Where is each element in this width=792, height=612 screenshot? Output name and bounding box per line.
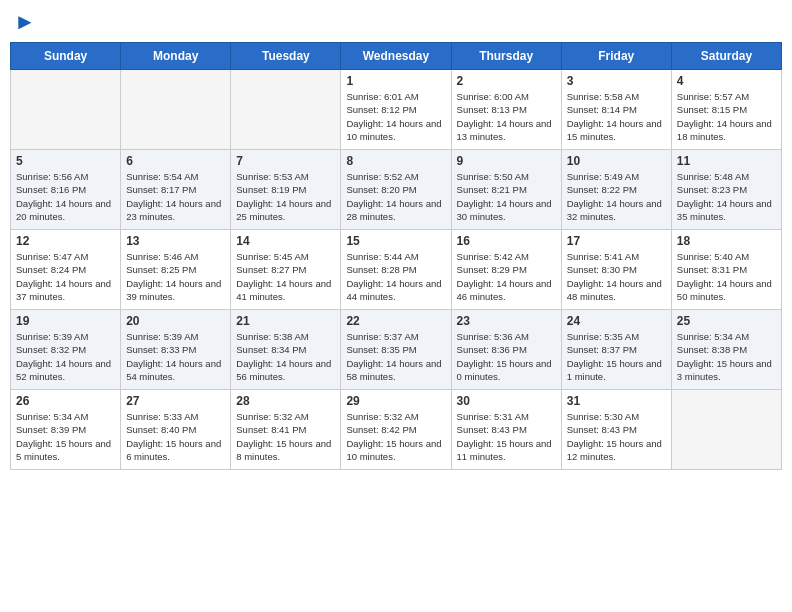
calendar-cell <box>671 390 781 470</box>
day-number: 27 <box>126 394 225 408</box>
col-header-saturday: Saturday <box>671 43 781 70</box>
cell-info: Sunrise: 5:36 AMSunset: 8:36 PMDaylight:… <box>457 330 556 383</box>
cell-info: Sunrise: 5:37 AMSunset: 8:35 PMDaylight:… <box>346 330 445 383</box>
cell-info: Sunrise: 5:32 AMSunset: 8:41 PMDaylight:… <box>236 410 335 463</box>
calendar-cell: 17Sunrise: 5:41 AMSunset: 8:30 PMDayligh… <box>561 230 671 310</box>
calendar-week-5: 26Sunrise: 5:34 AMSunset: 8:39 PMDayligh… <box>11 390 782 470</box>
cell-info: Sunrise: 6:00 AMSunset: 8:13 PMDaylight:… <box>457 90 556 143</box>
day-number: 23 <box>457 314 556 328</box>
cell-info: Sunrise: 5:34 AMSunset: 8:39 PMDaylight:… <box>16 410 115 463</box>
col-header-tuesday: Tuesday <box>231 43 341 70</box>
day-number: 11 <box>677 154 776 168</box>
calendar-cell: 3Sunrise: 5:58 AMSunset: 8:14 PMDaylight… <box>561 70 671 150</box>
col-header-thursday: Thursday <box>451 43 561 70</box>
calendar-cell: 18Sunrise: 5:40 AMSunset: 8:31 PMDayligh… <box>671 230 781 310</box>
calendar-cell: 13Sunrise: 5:46 AMSunset: 8:25 PMDayligh… <box>121 230 231 310</box>
cell-info: Sunrise: 5:54 AMSunset: 8:17 PMDaylight:… <box>126 170 225 223</box>
calendar-cell: 29Sunrise: 5:32 AMSunset: 8:42 PMDayligh… <box>341 390 451 470</box>
calendar-cell: 16Sunrise: 5:42 AMSunset: 8:29 PMDayligh… <box>451 230 561 310</box>
day-number: 12 <box>16 234 115 248</box>
calendar-cell: 31Sunrise: 5:30 AMSunset: 8:43 PMDayligh… <box>561 390 671 470</box>
calendar-cell: 9Sunrise: 5:50 AMSunset: 8:21 PMDaylight… <box>451 150 561 230</box>
day-number: 15 <box>346 234 445 248</box>
cell-info: Sunrise: 5:32 AMSunset: 8:42 PMDaylight:… <box>346 410 445 463</box>
day-number: 18 <box>677 234 776 248</box>
day-number: 30 <box>457 394 556 408</box>
cell-info: Sunrise: 5:57 AMSunset: 8:15 PMDaylight:… <box>677 90 776 143</box>
col-header-monday: Monday <box>121 43 231 70</box>
cell-info: Sunrise: 5:38 AMSunset: 8:34 PMDaylight:… <box>236 330 335 383</box>
cell-info: Sunrise: 5:34 AMSunset: 8:38 PMDaylight:… <box>677 330 776 383</box>
calendar-cell: 8Sunrise: 5:52 AMSunset: 8:20 PMDaylight… <box>341 150 451 230</box>
calendar-cell: 5Sunrise: 5:56 AMSunset: 8:16 PMDaylight… <box>11 150 121 230</box>
calendar-cell: 11Sunrise: 5:48 AMSunset: 8:23 PMDayligh… <box>671 150 781 230</box>
calendar-cell: 23Sunrise: 5:36 AMSunset: 8:36 PMDayligh… <box>451 310 561 390</box>
cell-info: Sunrise: 5:35 AMSunset: 8:37 PMDaylight:… <box>567 330 666 383</box>
calendar-cell: 1Sunrise: 6:01 AMSunset: 8:12 PMDaylight… <box>341 70 451 150</box>
calendar-cell <box>11 70 121 150</box>
day-number: 8 <box>346 154 445 168</box>
day-number: 1 <box>346 74 445 88</box>
day-number: 7 <box>236 154 335 168</box>
calendar-week-3: 12Sunrise: 5:47 AMSunset: 8:24 PMDayligh… <box>11 230 782 310</box>
calendar-cell: 27Sunrise: 5:33 AMSunset: 8:40 PMDayligh… <box>121 390 231 470</box>
calendar-cell: 4Sunrise: 5:57 AMSunset: 8:15 PMDaylight… <box>671 70 781 150</box>
calendar-cell: 15Sunrise: 5:44 AMSunset: 8:28 PMDayligh… <box>341 230 451 310</box>
logo: ► <box>14 10 36 34</box>
day-number: 31 <box>567 394 666 408</box>
day-number: 29 <box>346 394 445 408</box>
calendar-cell: 24Sunrise: 5:35 AMSunset: 8:37 PMDayligh… <box>561 310 671 390</box>
day-number: 19 <box>16 314 115 328</box>
calendar-cell: 22Sunrise: 5:37 AMSunset: 8:35 PMDayligh… <box>341 310 451 390</box>
logo-text: ► <box>14 10 36 34</box>
day-number: 25 <box>677 314 776 328</box>
cell-info: Sunrise: 5:33 AMSunset: 8:40 PMDaylight:… <box>126 410 225 463</box>
calendar-cell: 25Sunrise: 5:34 AMSunset: 8:38 PMDayligh… <box>671 310 781 390</box>
day-number: 5 <box>16 154 115 168</box>
cell-info: Sunrise: 5:48 AMSunset: 8:23 PMDaylight:… <box>677 170 776 223</box>
cell-info: Sunrise: 5:39 AMSunset: 8:32 PMDaylight:… <box>16 330 115 383</box>
day-number: 2 <box>457 74 556 88</box>
calendar-cell: 6Sunrise: 5:54 AMSunset: 8:17 PMDaylight… <box>121 150 231 230</box>
cell-info: Sunrise: 5:47 AMSunset: 8:24 PMDaylight:… <box>16 250 115 303</box>
calendar-cell <box>121 70 231 150</box>
calendar-cell: 30Sunrise: 5:31 AMSunset: 8:43 PMDayligh… <box>451 390 561 470</box>
calendar-cell: 19Sunrise: 5:39 AMSunset: 8:32 PMDayligh… <box>11 310 121 390</box>
cell-info: Sunrise: 5:45 AMSunset: 8:27 PMDaylight:… <box>236 250 335 303</box>
cell-info: Sunrise: 6:01 AMSunset: 8:12 PMDaylight:… <box>346 90 445 143</box>
day-number: 22 <box>346 314 445 328</box>
calendar-header-row: SundayMondayTuesdayWednesdayThursdayFrid… <box>11 43 782 70</box>
calendar-cell: 20Sunrise: 5:39 AMSunset: 8:33 PMDayligh… <box>121 310 231 390</box>
cell-info: Sunrise: 5:50 AMSunset: 8:21 PMDaylight:… <box>457 170 556 223</box>
cell-info: Sunrise: 5:52 AMSunset: 8:20 PMDaylight:… <box>346 170 445 223</box>
cell-info: Sunrise: 5:53 AMSunset: 8:19 PMDaylight:… <box>236 170 335 223</box>
calendar-cell: 28Sunrise: 5:32 AMSunset: 8:41 PMDayligh… <box>231 390 341 470</box>
calendar-cell: 21Sunrise: 5:38 AMSunset: 8:34 PMDayligh… <box>231 310 341 390</box>
calendar-table: SundayMondayTuesdayWednesdayThursdayFrid… <box>10 42 782 470</box>
calendar-week-1: 1Sunrise: 6:01 AMSunset: 8:12 PMDaylight… <box>11 70 782 150</box>
day-number: 3 <box>567 74 666 88</box>
day-number: 20 <box>126 314 225 328</box>
day-number: 9 <box>457 154 556 168</box>
day-number: 4 <box>677 74 776 88</box>
cell-info: Sunrise: 5:49 AMSunset: 8:22 PMDaylight:… <box>567 170 666 223</box>
day-number: 17 <box>567 234 666 248</box>
calendar-week-2: 5Sunrise: 5:56 AMSunset: 8:16 PMDaylight… <box>11 150 782 230</box>
day-number: 16 <box>457 234 556 248</box>
header: ► <box>10 10 782 34</box>
calendar-cell: 26Sunrise: 5:34 AMSunset: 8:39 PMDayligh… <box>11 390 121 470</box>
col-header-friday: Friday <box>561 43 671 70</box>
cell-info: Sunrise: 5:44 AMSunset: 8:28 PMDaylight:… <box>346 250 445 303</box>
calendar-cell <box>231 70 341 150</box>
calendar-cell: 7Sunrise: 5:53 AMSunset: 8:19 PMDaylight… <box>231 150 341 230</box>
col-header-wednesday: Wednesday <box>341 43 451 70</box>
calendar-cell: 2Sunrise: 6:00 AMSunset: 8:13 PMDaylight… <box>451 70 561 150</box>
day-number: 10 <box>567 154 666 168</box>
calendar-cell: 10Sunrise: 5:49 AMSunset: 8:22 PMDayligh… <box>561 150 671 230</box>
day-number: 13 <box>126 234 225 248</box>
cell-info: Sunrise: 5:39 AMSunset: 8:33 PMDaylight:… <box>126 330 225 383</box>
calendar-week-4: 19Sunrise: 5:39 AMSunset: 8:32 PMDayligh… <box>11 310 782 390</box>
cell-info: Sunrise: 5:30 AMSunset: 8:43 PMDaylight:… <box>567 410 666 463</box>
day-number: 21 <box>236 314 335 328</box>
day-number: 26 <box>16 394 115 408</box>
